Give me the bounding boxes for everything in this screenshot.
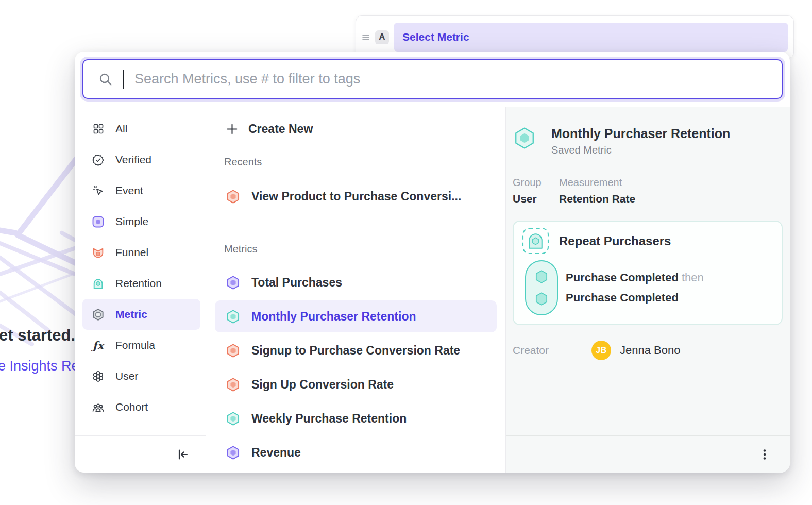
sidebar-item-label: Funnel [115, 246, 148, 259]
list-divider [215, 225, 497, 225]
event-hexagon-icon [534, 291, 549, 307]
event-sequence-capsule [525, 260, 558, 315]
select-metric-chip[interactable]: Select Metric [394, 23, 788, 52]
sidebar-item-label: Event [115, 184, 143, 197]
metric-row-label: Sign Up Conversion Rate [251, 378, 394, 392]
sidebar-item-metric[interactable]: Metric [82, 299, 200, 330]
user-cluster-icon [92, 370, 105, 383]
detail-footer [506, 435, 790, 473]
metric-row-label: Total Purchases [251, 276, 342, 290]
type-filter-sidebar: All Verified Event Simple [75, 107, 206, 473]
metric-row-label: Signup to Purchase Conversion Rate [251, 344, 460, 358]
metric-row-label: View Product to Purchase Conversi... [251, 190, 461, 204]
saved-metric-icon [92, 308, 105, 321]
metric-detail-panel: Monthly Purchaser Retention Saved Metric… [506, 107, 790, 473]
sidebar-item-label: Retention [115, 277, 162, 290]
detail-header: Monthly Purchaser Retention Saved Metric [513, 126, 783, 156]
detail-info-row: Group User Measurement Retention Rate [513, 177, 783, 205]
formula-icon: ƒx [92, 339, 105, 352]
metric-row-total-purchases[interactable]: Total Purchases [215, 266, 497, 298]
sidebar-item-label: All [115, 123, 127, 135]
definition-title: Repeat Purchasers [559, 234, 671, 248]
metric-list-column: Create New Recents View Product to Purch… [206, 107, 506, 473]
sidebar-item-label: User [115, 370, 138, 382]
collapse-sidebar-button[interactable] [174, 446, 191, 463]
definition-connector: then [682, 271, 704, 284]
sidebar-item-formula[interactable]: ƒx Formula [82, 330, 200, 361]
detail-subtitle: Saved Metric [551, 144, 730, 156]
recent-metric-row[interactable]: View Product to Purchase Conversi... [215, 182, 497, 211]
metrics-heading: Metrics [215, 243, 497, 255]
simple-hexagon-icon [226, 445, 241, 460]
metric-row-label: Monthly Purchaser Retention [251, 310, 416, 324]
sidebar-item-all[interactable]: All [82, 113, 200, 144]
retention-hexagon-icon [226, 309, 241, 324]
sidebar-item-label: Cohort [115, 401, 148, 413]
verified-badge-icon [92, 154, 105, 166]
modal-body: All Verified Event Simple [75, 107, 790, 473]
metric-hexagon-icon [513, 126, 536, 150]
definition-step-1: Purchase Completed then [566, 271, 704, 284]
drag-handle-icon[interactable] [361, 32, 370, 42]
more-options-kebab-button[interactable] [756, 446, 773, 463]
recents-heading: Recents [215, 156, 497, 168]
metric-picker-modal: All Verified Event Simple [75, 52, 790, 473]
funnel-hexagon-icon [226, 377, 241, 392]
metric-row-sign-up-conversion[interactable]: Sign Up Conversion Rate [215, 368, 497, 400]
repeat-purchasers-icon [522, 227, 549, 255]
definition-step-2: Purchase Completed [566, 291, 704, 305]
metric-row-monthly-purchaser-retention[interactable]: Monthly Purchaser Retention [215, 300, 497, 332]
search-area [75, 52, 790, 107]
creator-label: Creator [513, 344, 591, 357]
select-metric-label: Select Metric [402, 31, 469, 43]
metric-block-letter-badge: A [375, 30, 389, 44]
measurement-label: Measurement [559, 177, 635, 189]
cohort-people-icon [92, 401, 105, 414]
grid-icon [92, 123, 105, 136]
metric-row-label: Weekly Purchase Retention [251, 412, 407, 426]
sidebar-item-label: Formula [115, 339, 155, 351]
search-box[interactable] [82, 59, 783, 99]
group-value: User [513, 193, 559, 205]
metric-row-revenue[interactable]: Revenue [215, 436, 497, 468]
creator-row: Creator JB Jenna Bono [513, 341, 783, 360]
metric-definition-card: Repeat Purchasers Purchase Completed the… [513, 221, 783, 325]
creator-avatar: JB [591, 341, 611, 360]
simple-hexagon-icon [226, 275, 241, 290]
measurement-value: Retention Rate [559, 193, 635, 205]
group-label: Group [513, 177, 559, 189]
event-hexagon-icon [534, 269, 549, 284]
create-new-label: Create New [248, 122, 313, 136]
event-cursor-icon [92, 184, 105, 197]
sidebar-item-funnel[interactable]: Funnel [82, 237, 200, 268]
funnel-hexagon-icon [226, 343, 241, 358]
retention-metric-icon [92, 277, 105, 290]
sidebar-item-event[interactable]: Event [82, 175, 200, 206]
creator-name: Jenna Bono [620, 344, 680, 357]
funnel-metric-icon [92, 246, 105, 259]
background-heading: et started. [0, 326, 75, 345]
simple-metric-icon [92, 215, 105, 228]
sidebar-item-label: Simple [115, 215, 148, 228]
sidebar-item-label: Metric [115, 308, 147, 321]
search-input[interactable] [133, 71, 771, 87]
sidebar-item-label: Verified [115, 154, 151, 166]
sidebar-item-retention[interactable]: Retention [82, 268, 200, 299]
funnel-hexagon-icon [226, 189, 241, 204]
sidebar-item-simple[interactable]: Simple [82, 206, 200, 237]
detail-title: Monthly Purchaser Retention [551, 126, 730, 141]
retention-hexagon-icon [226, 411, 241, 426]
sidebar-item-verified[interactable]: Verified [82, 144, 200, 175]
metric-row-label: Revenue [251, 446, 301, 460]
metric-row-signup-to-purchase[interactable]: Signup to Purchase Conversion Rate [215, 334, 497, 366]
sidebar-footer [75, 435, 206, 473]
sidebar-item-user[interactable]: User [82, 361, 200, 392]
sidebar-item-cohort[interactable]: Cohort [82, 392, 200, 423]
text-cursor [123, 70, 124, 89]
background-insights-link[interactable]: e Insights Re [0, 358, 79, 374]
metric-row-weekly-purchase-retention[interactable]: Weekly Purchase Retention [215, 402, 497, 434]
create-new-button[interactable]: Create New [215, 115, 497, 142]
search-icon [98, 72, 113, 87]
